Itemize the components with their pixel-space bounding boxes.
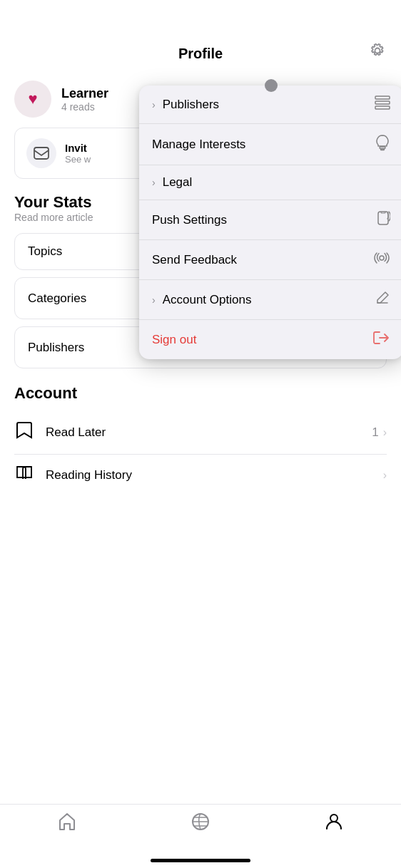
avatar: ♥ xyxy=(14,81,51,118)
dropdown-item-legal-left: › Legal xyxy=(152,175,192,190)
person-icon xyxy=(324,812,344,837)
dropdown-item-manage-interests[interactable]: Manage Interests xyxy=(139,124,401,165)
drag-handle xyxy=(265,79,278,92)
reading-history-right: › xyxy=(383,469,387,482)
dropdown-item-account-options-left: › Account Options xyxy=(152,293,251,307)
gear-button[interactable] xyxy=(368,41,387,64)
publishers-label: Publishers xyxy=(28,341,84,355)
profile-header: Profile xyxy=(0,34,401,71)
dropdown-menu: › Publishers Manage Interests › Le xyxy=(139,86,401,359)
invite-subtitle: See w xyxy=(65,154,91,165)
sign-out-icon xyxy=(373,330,390,349)
dropdown-item-push-settings-left: Push Settings xyxy=(152,213,227,227)
tab-bar xyxy=(0,804,401,868)
dropdown-item-legal[interactable]: › Legal xyxy=(139,165,401,200)
categories-label: Categories xyxy=(28,291,86,306)
dropdown-account-options-label: Account Options xyxy=(163,293,252,307)
account-item-read-later[interactable]: Read Later 1 › xyxy=(14,411,387,455)
send-feedback-broadcast-icon xyxy=(373,250,390,269)
dropdown-item-push-settings[interactable]: Push Settings xyxy=(139,200,401,240)
user-reads: 4 reads xyxy=(61,101,108,113)
dropdown-item-sign-out[interactable]: Sign out xyxy=(139,320,401,359)
tab-home[interactable] xyxy=(57,812,77,837)
svg-rect-14 xyxy=(375,101,390,104)
profile-title: Profile xyxy=(178,46,223,62)
svg-point-19 xyxy=(380,256,384,260)
manage-interests-bulb-icon xyxy=(375,134,390,155)
invite-title: Invit xyxy=(65,142,91,154)
read-later-right: 1 › xyxy=(372,425,387,440)
home-indicator xyxy=(151,859,250,862)
globe-icon xyxy=(191,812,210,837)
dropdown-item-publishers-left: › Publishers xyxy=(152,98,219,112)
dropdown-item-manage-interests-left: Manage Interests xyxy=(152,138,245,152)
publishers-chevron-icon: › xyxy=(152,99,156,110)
account-section-title: Account xyxy=(14,384,387,403)
home-icon xyxy=(57,812,77,837)
book-icon xyxy=(14,465,34,486)
account-item-reading-history[interactable]: Reading History › xyxy=(14,455,387,496)
reading-history-chevron: › xyxy=(383,469,387,482)
dropdown-sign-out-label: Sign out xyxy=(152,333,196,347)
dropdown-item-sign-out-left: Sign out xyxy=(152,333,196,347)
read-later-chevron: › xyxy=(383,426,387,439)
topics-label: Topics xyxy=(28,244,62,259)
tab-profile[interactable] xyxy=(324,812,344,837)
read-later-count: 1 xyxy=(372,425,378,440)
user-info: Learner 4 reads xyxy=(61,86,108,113)
dropdown-item-send-feedback-left: Send Feedback xyxy=(152,253,237,267)
user-name: Learner xyxy=(61,86,108,101)
dropdown-push-settings-label: Push Settings xyxy=(152,213,227,227)
svg-rect-16 xyxy=(380,147,385,149)
bookmark-icon xyxy=(14,421,34,444)
account-options-chevron-icon: › xyxy=(152,294,156,306)
svg-rect-13 xyxy=(375,96,390,99)
dropdown-publishers-label: Publishers xyxy=(163,98,219,112)
account-section: Account Read Later 1 › Reading History › xyxy=(14,384,387,496)
publishers-list-icon xyxy=(375,95,390,113)
svg-rect-8 xyxy=(34,148,49,159)
reading-history-label: Reading History xyxy=(46,468,383,482)
svg-rect-17 xyxy=(381,149,385,150)
tab-discover[interactable] xyxy=(191,812,210,837)
push-settings-phone-icon xyxy=(376,210,390,229)
avatar-icon: ♥ xyxy=(28,90,37,108)
dropdown-legal-label: Legal xyxy=(163,175,193,190)
dropdown-item-account-options[interactable]: › Account Options xyxy=(139,280,401,320)
svg-point-12 xyxy=(330,815,337,822)
svg-rect-18 xyxy=(378,212,388,224)
invite-icon xyxy=(26,138,56,168)
dropdown-item-send-feedback[interactable]: Send Feedback xyxy=(139,240,401,280)
account-options-edit-icon xyxy=(375,290,390,309)
legal-chevron-icon: › xyxy=(152,177,156,188)
dropdown-send-feedback-label: Send Feedback xyxy=(152,253,237,267)
dropdown-manage-interests-label: Manage Interests xyxy=(152,138,245,152)
invite-text: Invit See w xyxy=(65,142,91,165)
read-later-label: Read Later xyxy=(46,425,372,440)
svg-rect-15 xyxy=(375,106,390,109)
